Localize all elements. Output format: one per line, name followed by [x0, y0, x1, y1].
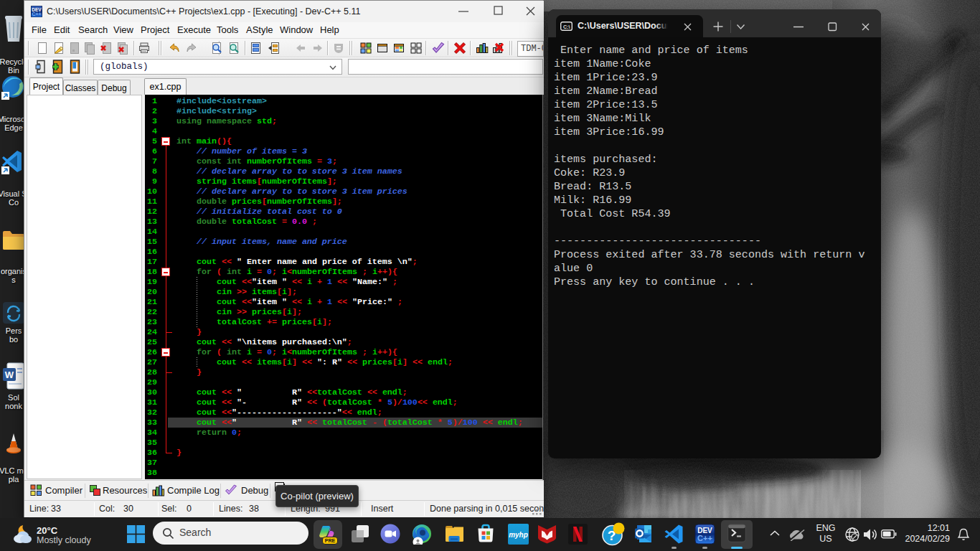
svg-text:C++: C++ [697, 534, 712, 542]
svg-text:C:\: C:\ [563, 24, 570, 29]
svg-text:myhp: myhp [509, 531, 528, 539]
svg-text:C++: C++ [32, 11, 41, 17]
svg-text:W: W [5, 369, 14, 380]
